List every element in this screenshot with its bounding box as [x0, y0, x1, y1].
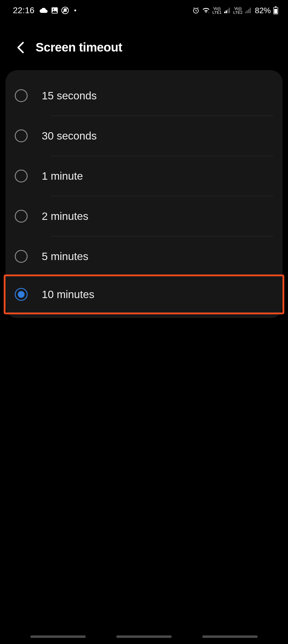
status-right: ↑ Vo)) LTE1 Vo)) LTE2 82%: [192, 6, 278, 15]
dnd-icon: [61, 7, 69, 14]
option-5-minutes[interactable]: 5 minutes: [6, 236, 282, 276]
cloud-icon: [39, 7, 48, 13]
svg-text:↑: ↑: [208, 11, 209, 13]
back-button[interactable]: [14, 41, 27, 54]
svg-rect-8: [229, 8, 230, 13]
more-dot-icon: [74, 10, 76, 11]
battery-icon: [273, 6, 278, 14]
lte2-indicator: Vo)) LTE2: [233, 6, 243, 14]
radio-icon: [15, 210, 28, 223]
system-nav-bar: [0, 635, 288, 638]
signal1-icon: [224, 8, 231, 13]
nav-back[interactable]: [202, 635, 258, 638]
option-15-seconds[interactable]: 15 seconds: [6, 76, 282, 116]
battery-percent: 82%: [255, 6, 271, 15]
svg-rect-9: [245, 12, 246, 13]
status-time: 22:16: [13, 6, 34, 15]
alarm-icon: [192, 7, 200, 14]
nav-recents[interactable]: [30, 635, 86, 638]
option-label: 2 minutes: [42, 210, 273, 222]
option-1-minute[interactable]: 1 minute: [6, 156, 282, 196]
option-label: 5 minutes: [42, 250, 273, 263]
option-30-seconds[interactable]: 30 seconds: [6, 116, 282, 156]
option-2-minutes[interactable]: 2 minutes: [6, 196, 282, 236]
option-10-minutes[interactable]: 10 minutes: [4, 274, 284, 314]
nav-home[interactable]: [116, 635, 172, 638]
option-label: 30 seconds: [42, 130, 273, 142]
radio-icon: [15, 170, 28, 182]
wifi-icon: ↑: [202, 7, 210, 13]
radio-selected-icon: [15, 288, 28, 301]
radio-icon: [15, 129, 28, 142]
radio-inner-dot: [18, 291, 25, 298]
option-label: 1 minute: [42, 170, 273, 182]
option-label: 15 seconds: [42, 90, 273, 102]
status-left: 22:16: [13, 6, 76, 15]
page-header: Screen timeout: [0, 18, 288, 67]
status-bar: 22:16 ↑ Vo)) LTE1 Vo)) LTE2: [0, 0, 288, 18]
svg-rect-12: [250, 8, 251, 13]
lte1-indicator: Vo)) LTE1: [212, 6, 222, 14]
signal2-icon: [245, 8, 252, 13]
timeout-options-list: 15 seconds 30 seconds 1 minute 2 minutes…: [6, 70, 282, 318]
svg-rect-15: [274, 9, 277, 13]
chevron-left-icon: [16, 41, 24, 54]
page-title: Screen timeout: [36, 40, 122, 54]
image-icon: [51, 7, 58, 14]
svg-rect-11: [248, 9, 249, 13]
radio-icon: [15, 250, 28, 263]
svg-rect-10: [247, 10, 248, 13]
svg-rect-6: [226, 10, 227, 13]
radio-icon: [15, 89, 28, 102]
svg-point-1: [53, 9, 54, 10]
svg-rect-7: [227, 9, 228, 13]
svg-rect-5: [224, 12, 225, 13]
option-label: 10 minutes: [42, 288, 273, 301]
